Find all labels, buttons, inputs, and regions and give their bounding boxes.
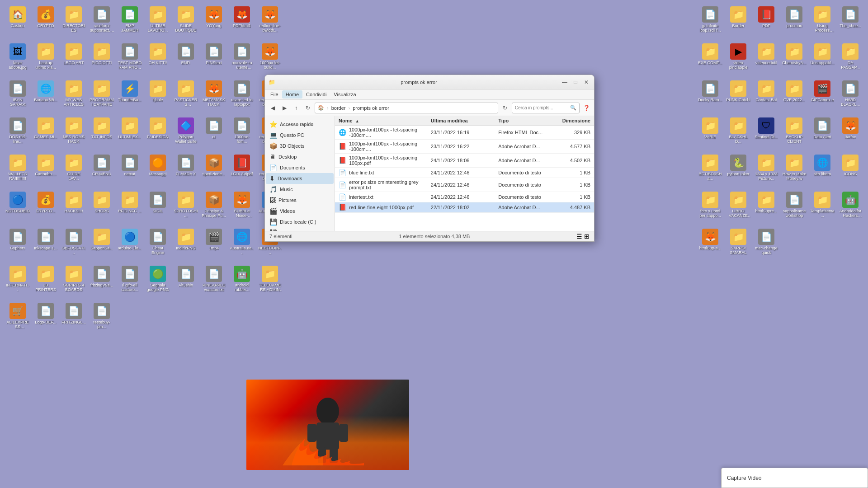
desktop-icon-left-74[interactable]: 📄Il gifo-ell castoro...	[117, 264, 143, 300]
desktop-icon-left-61[interactable]: 📄Inkscape-1...	[33, 227, 59, 263]
desktop-icon-left-19[interactable]: 🦊1000px-let-build...	[257, 42, 283, 78]
desktop-icon-left-15[interactable]: 📁OH KITTI!	[145, 42, 171, 78]
desktop-icon-left-66[interactable]: 📁IndirizPNG	[173, 227, 199, 263]
col-header-size[interactable]: Dimensione	[560, 118, 590, 123]
desktop-icon-left-42[interactable]: 📁GUIDE LAV...	[61, 153, 87, 189]
desktop-icon-left-79[interactable]: 📁TELECAMERE ADMIN PA...	[257, 264, 283, 300]
desktop-icon-left-9[interactable]: 🦊redline line-bwidth...	[257, 5, 283, 41]
sidebar-item-disco-locale-(c:)[interactable]: 💾Disco locale (C:)	[266, 216, 334, 227]
desktop-icon-left-55[interactable]: 📄SIGIL	[145, 190, 171, 226]
desktop-icon-right-22[interactable]: 📄Data Alert	[809, 116, 835, 152]
search-input[interactable]	[515, 105, 570, 110]
search-bar[interactable]: 🔍	[512, 103, 580, 113]
desktop-icon-left-7[interactable]: 🦊YOYpng	[201, 5, 227, 41]
desktop-icon-left-38[interactable]: 📄1000px-fom...	[229, 116, 255, 152]
desktop-icon-left-4[interactable]: 📄EMP JAMMER	[117, 5, 143, 41]
file-row[interactable]: 🌐 1000px-font100px - let-spacing -100cm.…	[335, 126, 594, 140]
refresh-button[interactable]: ↻	[303, 103, 313, 113]
desktop-icon-left-77[interactable]: 📄PINEAPPLE voaston.txt	[201, 264, 227, 300]
menu-item-visualizza[interactable]: Visualizza	[330, 90, 359, 99]
desktop-icon-left-57[interactable]: 📦Principe & Principe Pu...	[201, 190, 227, 226]
desktop-icon-right-10[interactable]: 📁Unstoppabl...	[809, 42, 835, 78]
desktop-icon-left-22[interactable]: 📁MY WEB ARTICLES	[61, 79, 87, 115]
file-row[interactable]: 📄 intertest.txt 24/11/2022 12:46 Documen…	[335, 192, 594, 202]
desktop-icon-left-51[interactable]: 💰CRYPTO...	[33, 190, 59, 226]
desktop-icon-left-62[interactable]: 📄OBFUSCATI...	[61, 227, 87, 263]
desktop-icon-left-6[interactable]: 📁SLIDE BOUTIQUE	[173, 5, 199, 41]
desktop-icon-right-8[interactable]: 📁videocertutil	[753, 42, 779, 78]
forward-button[interactable]: ▶	[279, 103, 289, 113]
desktop-icon-left-30[interactable]: 📄DOS.rfid-line...	[5, 116, 31, 152]
desktop-icon-left-52[interactable]: 📁HACKS!!!!	[61, 190, 87, 226]
desktop-icon-right-0[interactable]: 📄jp.Infinite loop.iscll f...	[697, 5, 723, 41]
desktop-icon-left-67[interactable]: 🎬1mp4	[201, 227, 227, 263]
desktop-icon-right-16[interactable]: 🎬GIFCamex.e	[809, 79, 835, 115]
desktop-icon-left-27[interactable]: 🦊METAMASK HACK	[201, 79, 227, 115]
desktop-icon-right-27[interactable]: 📁How to Make Money.w	[781, 153, 807, 189]
desktop-icon-left-28[interactable]: 📄usare-led-io laptoptxt	[229, 79, 255, 115]
desktop-icon-right-30[interactable]: 📁foto x uomi per sappo...	[697, 190, 723, 226]
file-row[interactable]: 📕 1000px-font100px - let-spacing 100px.p…	[335, 154, 594, 168]
sidebar-item-data-(d:)[interactable]: 💾DATA (D:)	[266, 227, 334, 231]
desktop-icon-right-12[interactable]: 📄Docky Ram...	[697, 79, 723, 115]
file-row[interactable]: 📄 blue line.txt 24/11/2022 12:46 Documen…	[335, 168, 594, 178]
desktop-icon-left-56[interactable]: 📁SPROTOSHI...	[173, 190, 199, 226]
desktop-icon-left-73[interactable]: 📄fritzingV9a...	[89, 264, 115, 300]
sidebar-item-videos[interactable]: 🎬Videos	[266, 206, 334, 216]
desktop-icon-left-48[interactable]: 📕LGIX 3Vipdf	[229, 153, 255, 189]
desktop-icon-right-6[interactable]: 📁EXE COMP...	[697, 42, 723, 78]
desktop-icon-left-13[interactable]: 📁PICCIOTTI	[89, 42, 115, 78]
desktop-icon-right-35[interactable]: 🤖Androidolfor Hackers Flo...	[837, 190, 863, 226]
desktop-icon-left-11[interactable]: 📁backup ultimo xia...	[33, 42, 59, 78]
desktop-icon-right-3[interactable]: 📄procmon	[781, 5, 807, 41]
sidebar-item-accesso-rapido[interactable]: ⭐Accesso rapido	[266, 119, 334, 130]
desktop-icon-left-5[interactable]: 📁ULTIME LAVORO...	[145, 5, 171, 41]
refresh-addr-button[interactable]: ↻	[500, 103, 510, 113]
desktop-icon-left-34[interactable]: 📁ULTIMI EX...	[117, 116, 143, 152]
menu-item-file[interactable]: File	[267, 90, 282, 99]
desktop-icon-left-76[interactable]: 📄Alt3shin	[173, 264, 199, 300]
desktop-icon-right-4[interactable]: 📁Using Process Mo...	[809, 5, 835, 41]
desktop-icon-left-37[interactable]: 📄ct	[201, 116, 227, 152]
desktop-icon-left-44[interactable]: 📄netcat	[117, 153, 143, 189]
desktop-icon-left-40[interactable]: 📁WALLETS RAIII!!!!!!!	[5, 153, 31, 189]
desktop-icon-left-33[interactable]: 📁TXT INFOS	[89, 116, 115, 152]
file-row[interactable]: 📕 1000px-font100px - let-spacing -100cm.…	[335, 140, 594, 154]
view-details-button[interactable]: ☰	[576, 233, 582, 240]
desktop-icon-right-33[interactable]: 📄sappolisame workshop	[781, 190, 807, 226]
sidebar-item-3d-objects[interactable]: 📦3D Objects	[266, 141, 334, 151]
desktop-icon-left-12[interactable]: 📁LEGO ART	[61, 42, 87, 78]
sidebar-item-desktop[interactable]: 🖥Desktop	[266, 151, 334, 162]
desktop-icon-right-24[interactable]: 📁BCTIBO0SHa...	[697, 153, 723, 189]
col-header-type[interactable]: Tipo	[498, 118, 560, 123]
desktop-icon-left-32[interactable]: 📁NES ROMS HACK	[61, 116, 87, 152]
help-button[interactable]: ❓	[581, 103, 591, 113]
desktop-icon-right-29[interactable]: 📁ICONS	[837, 153, 863, 189]
desktop-icon-left-80[interactable]: 🛒ALILEXPRESS PARTNERS...	[5, 301, 31, 337]
sidebar-item-music[interactable]: 🎵Music	[266, 184, 334, 195]
desktop-icon-left-47[interactable]: 📦spedizione...	[201, 153, 227, 189]
desktop-icon-left-24[interactable]: ⚡ThunderBa...	[117, 79, 143, 115]
desktop-icon-left-17[interactable]: 📄PINStext	[201, 42, 227, 78]
desktop-icon-left-41[interactable]: 📁Cartoobn....	[33, 153, 59, 189]
desktop-icon-right-20[interactable]: 🛡Sentinel Di...	[753, 116, 779, 152]
desktop-icon-left-64[interactable]: 🔵arduino-1lo...	[117, 227, 143, 263]
desktop-icon-left-72[interactable]: 📁SCRIPTS 4 BOARDS	[61, 264, 87, 300]
desktop-icon-left-25[interactable]: 📁fijbule	[145, 79, 171, 115]
desktop-icon-right-21[interactable]: 📁BACKUP CLIENT	[781, 116, 807, 152]
file-row[interactable]: 📕 red-line-fine-eight 1000px.pdf 22/11/2…	[335, 202, 594, 213]
desktop-icon-left-16[interactable]: 📄ENFt	[173, 42, 199, 78]
desktop-icon-left-3[interactable]: 📄raceforcr supportext.txt	[89, 5, 115, 41]
desktop-icon-left-43[interactable]: 📄CR-MENU	[89, 153, 115, 189]
sidebar-item-downloads[interactable]: ⬇Downloads	[266, 173, 334, 184]
menu-item-condividi[interactable]: Condividi	[302, 90, 330, 99]
desktop-icon-left-26[interactable]: 📁PASTICKERS PRODUCTS	[173, 79, 199, 115]
desktop-icon-left-60[interactable]: 📄Gyphers	[5, 227, 31, 263]
desktop-icon-left-36[interactable]: 🔷Polygon Wallet Suite	[173, 116, 199, 152]
desktop-icon-right-28[interactable]: 🌐sito libero	[809, 153, 835, 189]
desktop-icon-left-70[interactable]: 📁INTERNATI...	[5, 264, 31, 300]
desktop-icon-left-68[interactable]: 🌐Australia.ee...	[229, 227, 255, 263]
desktop-icon-right-38[interactable]: 📄mac-change quick	[753, 227, 779, 263]
desktop-icon-left-18[interactable]: 📄muovole-ru utente rema...	[229, 42, 255, 78]
desktop-icon-right-34[interactable]: 📁Templatitema...	[809, 190, 835, 226]
